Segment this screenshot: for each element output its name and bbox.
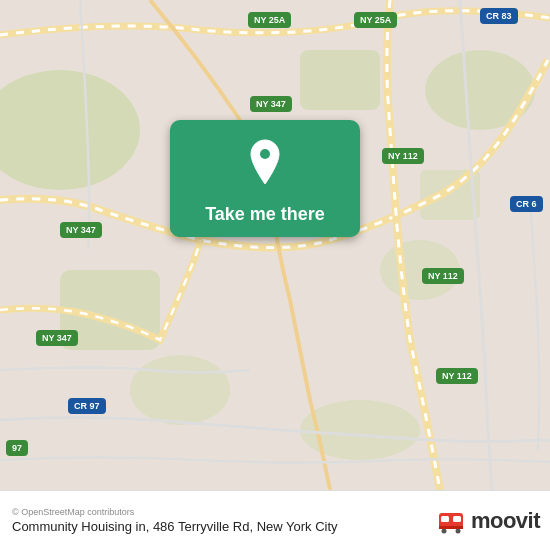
svg-point-5 <box>130 355 230 425</box>
moovit-logo: moovit <box>435 505 540 537</box>
svg-point-14 <box>455 528 460 533</box>
bottom-bar: © OpenStreetMap contributors Community H… <box>0 490 550 550</box>
svg-point-9 <box>260 149 270 159</box>
road-badge-97: 97 <box>6 440 28 456</box>
svg-point-13 <box>441 528 446 533</box>
road-badge-ny112-2: NY 112 <box>422 268 464 284</box>
moovit-icon <box>435 505 467 537</box>
address-area: © OpenStreetMap contributors Community H… <box>12 507 338 534</box>
svg-rect-11 <box>441 516 449 522</box>
road-badge-ny347-3: NY 347 <box>36 330 78 346</box>
svg-rect-7 <box>300 50 380 110</box>
road-badge-cr83: CR 83 <box>480 8 518 24</box>
road-badge-ny25a-2: NY 25A <box>354 12 397 28</box>
svg-rect-12 <box>453 516 461 522</box>
take-me-there-button[interactable]: Take me there <box>170 120 360 237</box>
road-badge-ny112-1: NY 112 <box>382 148 424 164</box>
road-badge-ny347-1: NY 347 <box>250 96 292 112</box>
road-badge-ny25a-1: NY 25A <box>248 12 291 28</box>
address-label: Community Houising in, 486 Terryville Rd… <box>12 519 338 534</box>
take-me-there-label: Take me there <box>170 196 360 237</box>
svg-rect-15 <box>439 526 463 529</box>
map-view[interactable]: NY 25A NY 25A CR 83 NY 347 NY 112 NY 347… <box>0 0 550 490</box>
pin-icon-area <box>236 120 294 196</box>
road-badge-ny347-2: NY 347 <box>60 222 102 238</box>
road-badge-cr6: CR 6 <box>510 196 543 212</box>
map-attribution: © OpenStreetMap contributors <box>12 507 338 517</box>
road-badge-ny112-3: NY 112 <box>436 368 478 384</box>
moovit-text: moovit <box>471 508 540 534</box>
location-pin-icon <box>246 138 284 186</box>
road-badge-cr97: CR 97 <box>68 398 106 414</box>
